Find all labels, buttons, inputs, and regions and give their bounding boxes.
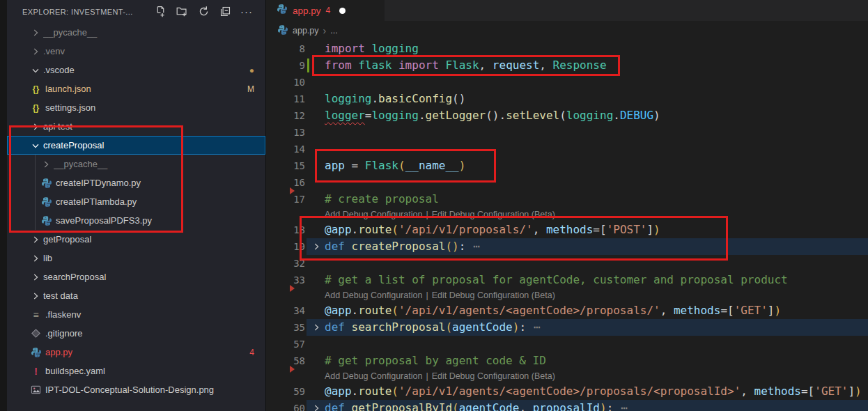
breadcrumb[interactable]: app.py › ... [266,21,868,40]
new-file-icon[interactable] [153,4,168,20]
tree-item-label: createIPTDynamo.py [56,178,265,188]
tree-folder--vscode[interactable]: .vscode● [7,61,265,79]
code-line-18[interactable]: 18@app.route('/api/v1/proposals/', metho… [266,222,868,238]
new-folder-icon[interactable] [174,4,189,20]
code-line-13[interactable]: 13 [266,124,868,141]
breadcrumb-rest[interactable]: ... [330,26,337,36]
line-number[interactable]: 60 [266,400,305,411]
chevron-down-icon[interactable] [30,140,41,151]
refresh-icon[interactable] [196,4,211,20]
fold-chevron-icon[interactable] [311,238,322,255]
line-number[interactable]: 14 [266,141,305,157]
code-text: import logging [325,40,419,57]
collapse-folders-icon[interactable] [217,4,233,20]
code-line-35[interactable]: 35def searchProposal(agentCode): ⋯ [266,319,868,336]
tab-app-py[interactable]: app.py 4 [266,0,385,21]
codelens-add-debug-link[interactable]: Add Debug Configuration [325,210,422,219]
line-number[interactable]: 16 [266,174,305,191]
chevron-down-icon[interactable] [30,65,41,76]
tree-folder-searchproposal[interactable]: searchProposal [7,267,265,286]
line-number[interactable]: 59 [266,383,305,400]
code-line-32[interactable]: 32 [266,255,868,272]
code-line-12[interactable]: 12logger=logging.getLogger().setLevel(lo… [266,107,868,124]
tree-folder-api-test[interactable]: api test [7,117,265,136]
line-number[interactable]: 9 [266,57,305,74]
chevron-right-icon[interactable] [30,253,41,264]
line-number[interactable]: 57 [266,336,305,352]
tree-folder-lib[interactable]: lib [7,249,265,267]
tree-folder--pycache-[interactable]: __pycache__ [7,23,265,42]
chevron-right-icon[interactable] [30,272,41,283]
tree-file-launch-json[interactable]: {}launch.jsonM [7,79,265,98]
more-actions-icon[interactable]: ··· [239,4,254,20]
line-number[interactable]: 34 [266,302,305,319]
tree-folder-test-data[interactable]: test data [7,286,265,305]
fold-chevron-icon[interactable] [311,400,322,411]
chevron-right-icon[interactable] [30,46,41,57]
line-number[interactable]: 18 [266,222,305,238]
tree-item-label: __pycache__ [54,159,265,169]
breadcrumb-file[interactable]: app.py [293,26,319,36]
code-line-19[interactable]: 19def createProposal(): ⋯ [266,238,868,255]
line-number[interactable]: 58 [266,352,305,369]
list-icon: ≡ [30,309,42,320]
line-number[interactable]: 35 [266,319,305,336]
line-number[interactable]: 32 [266,255,305,272]
code-line-57[interactable]: 57 [266,336,868,352]
tree-folder--pycache-[interactable]: __pycache__ [7,155,265,173]
line-number[interactable]: 19 [266,238,305,255]
code-line-15[interactable]: 15app = Flask(__name__) [266,157,868,174]
code-line-8[interactable]: 8import logging [266,40,868,57]
code-line-10[interactable]: 10 [266,74,868,91]
chevron-right-icon[interactable] [30,121,41,132]
tree-folder-createproposal[interactable]: createProposal [7,136,265,155]
tree-file-saveproposalpdfs3-py[interactable]: saveProposalPDFS3.py [7,211,265,230]
tree-file-app-py[interactable]: app.py4 [7,343,265,362]
code-line-34[interactable]: 34@app.route('/api/v1/agents/<agentCode>… [266,302,868,319]
code-text: # create proposal [325,191,439,208]
chevron-right-icon[interactable] [30,27,41,38]
codelens-add-debug-link[interactable]: Add Debug Configuration [325,371,422,381]
code-line-17[interactable]: 17# create proposal [266,191,868,208]
tab-error-count: 4 [326,6,331,15]
code-line-33[interactable]: 33# get a list of proposal for agentCode… [266,272,868,288]
tree-file-buildspec-yaml[interactable]: !buildspec.yaml [7,362,265,380]
code-line-11[interactable]: 11logging.basicConfig() [266,91,868,107]
codelens-edit-debug-link[interactable]: Edit Debug Configuration (Beta) [432,290,555,300]
codelens-edit-debug-link[interactable]: Edit Debug Configuration (Beta) [432,210,555,219]
line-number[interactable]: 10 [266,74,305,91]
code-line-59[interactable]: 59@app.route('/api/v1/agents/<agentCode>… [266,383,868,400]
code-line-58[interactable]: 58# get proposal by agent code & ID [266,352,868,369]
tree-file-createiptlambda-py[interactable]: createIPTlambda.py [7,192,265,211]
code-line-16[interactable]: 16 [266,174,868,191]
chevron-right-icon[interactable] [30,290,41,302]
python-icon [40,196,52,208]
line-number[interactable]: 11 [266,91,305,107]
line-number[interactable]: 13 [266,124,305,141]
tree-item-label: test data [43,290,265,301]
line-number[interactable]: 33 [266,272,305,288]
tree-file--flaskenv[interactable]: ≡.flaskenv [7,305,265,324]
tree-file-ipt-dol-conceptual-solution-design-png[interactable]: IPT-DOL-Conceptual-Solution-Design.png [7,380,265,399]
line-number[interactable]: 12 [266,107,305,124]
fold-chevron-icon[interactable] [311,319,322,336]
chevron-right-icon[interactable] [40,159,52,170]
tree-file-createiptdynamo-py[interactable]: createIPTDynamo.py [7,173,265,192]
code-area[interactable]: 8import logging9from flask import Flask,… [266,40,868,411]
line-number[interactable]: 17 [266,191,305,208]
codelens-add-debug-link[interactable]: Add Debug Configuration [325,290,422,300]
line-number[interactable]: 8 [266,40,305,57]
line-number[interactable]: 15 [266,157,305,174]
chevron-right-icon[interactable] [30,234,41,245]
tree-folder--venv[interactable]: .venv [7,42,265,61]
tree-file--gitignore[interactable]: .gitignore [7,324,265,343]
code-line-14[interactable]: 14 [266,141,868,157]
tree-file-settings-json[interactable]: {}settings.json [7,98,265,117]
code-line-9[interactable]: 9from flask import Flask, request, Respo… [266,57,868,74]
codelens-edit-debug-link[interactable]: Edit Debug Configuration (Beta) [432,371,555,381]
code-line-60[interactable]: 60def getProposalById(agentCode, proposa… [266,400,868,411]
dirty-dot-icon[interactable] [339,8,346,14]
tree-item-label: IPT-DOL-Conceptual-Solution-Design.png [45,385,265,395]
tree-folder-getproposal[interactable]: getProposal [7,230,265,249]
tree-item-label: buildspec.yaml [45,366,265,376]
